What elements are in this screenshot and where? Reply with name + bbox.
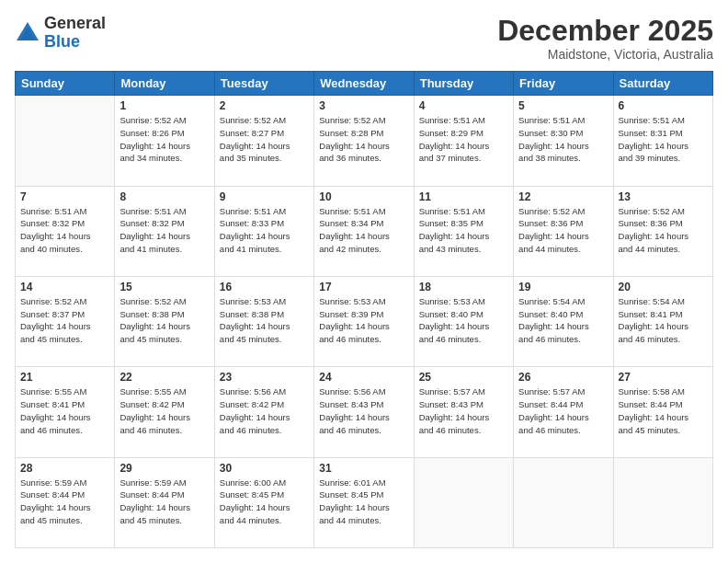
page: General Blue December 2025 Maidstone, Vi… xyxy=(0,0,728,563)
day-info: Sunrise: 5:53 AM Sunset: 8:39 PM Dayligh… xyxy=(319,295,408,346)
day-info: Sunrise: 5:51 AM Sunset: 8:30 PM Dayligh… xyxy=(518,114,608,165)
calendar-week-3: 21Sunrise: 5:55 AM Sunset: 8:41 PM Dayli… xyxy=(16,367,713,457)
calendar-cell: 29Sunrise: 5:59 AM Sunset: 8:44 PM Dayli… xyxy=(115,457,214,547)
day-info: Sunrise: 5:54 AM Sunset: 8:40 PM Dayligh… xyxy=(518,295,608,346)
logo-general-text: General xyxy=(44,15,106,33)
header: General Blue December 2025 Maidstone, Vi… xyxy=(15,15,713,62)
day-number: 4 xyxy=(419,99,508,112)
calendar-cell: 5Sunrise: 5:51 AM Sunset: 8:30 PM Daylig… xyxy=(514,96,613,186)
calendar-cell: 26Sunrise: 5:57 AM Sunset: 8:44 PM Dayli… xyxy=(514,367,613,457)
calendar-cell: 3Sunrise: 5:52 AM Sunset: 8:28 PM Daylig… xyxy=(314,96,414,186)
day-number: 11 xyxy=(419,190,508,203)
day-info: Sunrise: 5:56 AM Sunset: 8:43 PM Dayligh… xyxy=(319,385,408,436)
calendar-cell: 11Sunrise: 5:51 AM Sunset: 8:35 PM Dayli… xyxy=(414,186,513,276)
calendar-cell: 20Sunrise: 5:54 AM Sunset: 8:41 PM Dayli… xyxy=(613,276,712,366)
day-info: Sunrise: 5:51 AM Sunset: 8:29 PM Dayligh… xyxy=(419,114,508,165)
day-number: 12 xyxy=(518,190,608,203)
day-number: 9 xyxy=(220,190,309,203)
logo: General Blue xyxy=(15,15,106,52)
col-friday: Friday xyxy=(514,72,613,96)
title-block: December 2025 Maidstone, Victoria, Austr… xyxy=(497,15,713,62)
day-number: 7 xyxy=(20,190,109,203)
day-number: 8 xyxy=(119,190,209,203)
col-saturday: Saturday xyxy=(613,72,712,96)
calendar-cell: 9Sunrise: 5:51 AM Sunset: 8:33 PM Daylig… xyxy=(214,186,313,276)
calendar-cell: 15Sunrise: 5:52 AM Sunset: 8:38 PM Dayli… xyxy=(115,276,214,366)
calendar-body: 1Sunrise: 5:52 AM Sunset: 8:26 PM Daylig… xyxy=(16,96,713,548)
day-number: 17 xyxy=(319,281,408,293)
day-number: 31 xyxy=(319,462,408,475)
calendar-cell: 4Sunrise: 5:51 AM Sunset: 8:29 PM Daylig… xyxy=(414,96,513,186)
day-number: 6 xyxy=(619,99,708,112)
day-info: Sunrise: 5:59 AM Sunset: 8:44 PM Dayligh… xyxy=(119,477,209,527)
calendar-cell: 10Sunrise: 5:51 AM Sunset: 8:34 PM Dayli… xyxy=(314,186,414,276)
day-number: 21 xyxy=(20,371,109,384)
calendar-cell: 16Sunrise: 5:53 AM Sunset: 8:38 PM Dayli… xyxy=(214,276,313,366)
day-number: 14 xyxy=(20,281,109,293)
col-tuesday: Tuesday xyxy=(214,72,313,96)
day-info: Sunrise: 5:52 AM Sunset: 8:37 PM Dayligh… xyxy=(20,295,109,346)
day-info: Sunrise: 5:56 AM Sunset: 8:42 PM Dayligh… xyxy=(220,385,309,436)
calendar-header: Sunday Monday Tuesday Wednesday Thursday… xyxy=(16,72,713,96)
col-sunday: Sunday xyxy=(16,72,115,96)
calendar-cell: 12Sunrise: 5:52 AM Sunset: 8:36 PM Dayli… xyxy=(514,186,613,276)
calendar-cell: 6Sunrise: 5:51 AM Sunset: 8:31 PM Daylig… xyxy=(613,96,712,186)
day-info: Sunrise: 5:58 AM Sunset: 8:44 PM Dayligh… xyxy=(619,385,708,436)
calendar-cell: 21Sunrise: 5:55 AM Sunset: 8:41 PM Dayli… xyxy=(16,367,115,457)
col-thursday: Thursday xyxy=(414,72,513,96)
calendar-cell: 28Sunrise: 5:59 AM Sunset: 8:44 PM Dayli… xyxy=(16,457,115,547)
weekday-row: Sunday Monday Tuesday Wednesday Thursday… xyxy=(16,72,713,96)
day-info: Sunrise: 5:57 AM Sunset: 8:44 PM Dayligh… xyxy=(518,385,608,436)
day-number: 10 xyxy=(319,190,408,203)
calendar-cell: 13Sunrise: 5:52 AM Sunset: 8:36 PM Dayli… xyxy=(613,186,712,276)
day-info: Sunrise: 5:54 AM Sunset: 8:41 PM Dayligh… xyxy=(619,295,708,346)
calendar-cell: 1Sunrise: 5:52 AM Sunset: 8:26 PM Daylig… xyxy=(115,96,214,186)
calendar-cell: 14Sunrise: 5:52 AM Sunset: 8:37 PM Dayli… xyxy=(16,276,115,366)
day-number: 30 xyxy=(220,462,309,475)
day-number: 20 xyxy=(619,281,708,293)
calendar-week-1: 7Sunrise: 5:51 AM Sunset: 8:32 PM Daylig… xyxy=(16,186,713,276)
day-number: 5 xyxy=(518,99,608,112)
calendar-cell xyxy=(414,457,513,547)
day-number: 18 xyxy=(419,281,508,293)
logo-icon xyxy=(15,20,40,46)
day-info: Sunrise: 5:52 AM Sunset: 8:26 PM Dayligh… xyxy=(119,114,209,165)
calendar-cell: 7Sunrise: 5:51 AM Sunset: 8:32 PM Daylig… xyxy=(16,186,115,276)
day-info: Sunrise: 5:51 AM Sunset: 8:33 PM Dayligh… xyxy=(220,205,309,256)
calendar-table: Sunday Monday Tuesday Wednesday Thursday… xyxy=(15,71,713,548)
main-title: December 2025 xyxy=(497,15,713,47)
day-info: Sunrise: 5:51 AM Sunset: 8:34 PM Dayligh… xyxy=(319,205,408,256)
day-number: 29 xyxy=(119,462,209,475)
day-number: 22 xyxy=(119,371,209,384)
day-number: 26 xyxy=(518,371,608,384)
day-number: 1 xyxy=(119,99,209,112)
day-number: 28 xyxy=(20,462,109,475)
day-info: Sunrise: 5:55 AM Sunset: 8:42 PM Dayligh… xyxy=(119,385,209,436)
day-info: Sunrise: 6:01 AM Sunset: 8:45 PM Dayligh… xyxy=(319,477,408,527)
day-number: 24 xyxy=(319,371,408,384)
calendar-cell: 30Sunrise: 6:00 AM Sunset: 8:45 PM Dayli… xyxy=(214,457,313,547)
calendar-cell: 17Sunrise: 5:53 AM Sunset: 8:39 PM Dayli… xyxy=(314,276,414,366)
calendar-cell: 24Sunrise: 5:56 AM Sunset: 8:43 PM Dayli… xyxy=(314,367,414,457)
calendar-cell: 31Sunrise: 6:01 AM Sunset: 8:45 PM Dayli… xyxy=(314,457,414,547)
calendar-cell: 18Sunrise: 5:53 AM Sunset: 8:40 PM Dayli… xyxy=(414,276,513,366)
day-info: Sunrise: 5:52 AM Sunset: 8:36 PM Dayligh… xyxy=(518,205,608,256)
day-info: Sunrise: 5:51 AM Sunset: 8:32 PM Dayligh… xyxy=(119,205,209,256)
day-number: 19 xyxy=(518,281,608,293)
calendar-cell: 8Sunrise: 5:51 AM Sunset: 8:32 PM Daylig… xyxy=(115,186,214,276)
day-info: Sunrise: 5:52 AM Sunset: 8:36 PM Dayligh… xyxy=(619,205,708,256)
day-info: Sunrise: 5:55 AM Sunset: 8:41 PM Dayligh… xyxy=(20,385,109,436)
day-info: Sunrise: 5:51 AM Sunset: 8:31 PM Dayligh… xyxy=(619,114,708,165)
logo-blue-text: Blue xyxy=(44,33,106,52)
calendar-cell: 27Sunrise: 5:58 AM Sunset: 8:44 PM Dayli… xyxy=(613,367,712,457)
logo-text: General Blue xyxy=(44,15,106,52)
day-info: Sunrise: 5:57 AM Sunset: 8:43 PM Dayligh… xyxy=(419,385,508,436)
calendar-cell: 2Sunrise: 5:52 AM Sunset: 8:27 PM Daylig… xyxy=(214,96,313,186)
calendar-week-4: 28Sunrise: 5:59 AM Sunset: 8:44 PM Dayli… xyxy=(16,457,713,547)
day-info: Sunrise: 5:53 AM Sunset: 8:40 PM Dayligh… xyxy=(419,295,508,346)
day-number: 15 xyxy=(119,281,209,293)
day-info: Sunrise: 5:51 AM Sunset: 8:35 PM Dayligh… xyxy=(419,205,508,256)
calendar-cell xyxy=(613,457,712,547)
calendar-cell: 22Sunrise: 5:55 AM Sunset: 8:42 PM Dayli… xyxy=(115,367,214,457)
day-info: Sunrise: 5:52 AM Sunset: 8:38 PM Dayligh… xyxy=(119,295,209,346)
